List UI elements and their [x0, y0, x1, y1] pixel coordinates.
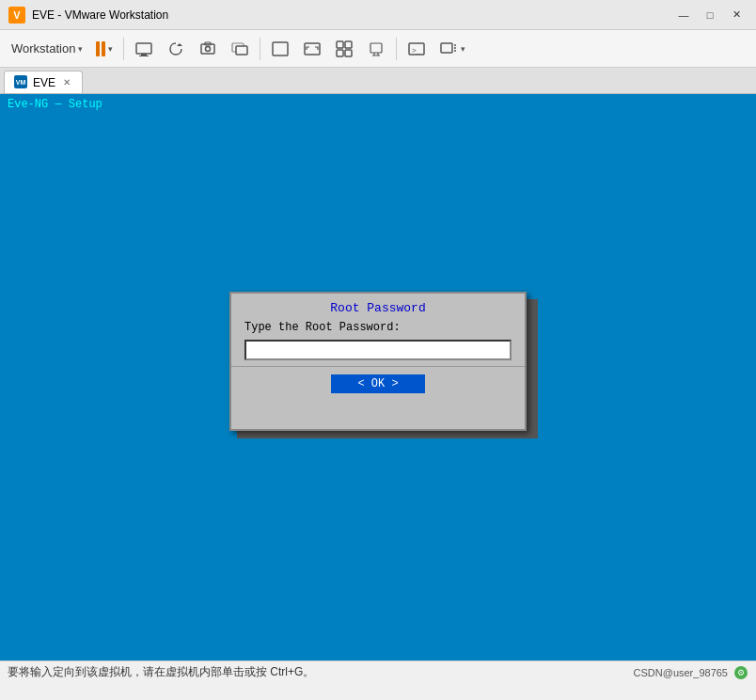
dialog-buttons: < OK >	[231, 373, 525, 401]
svg-rect-4	[139, 56, 149, 56]
minimize-button[interactable]: —	[671, 6, 696, 24]
pause-chevron-icon: ▾	[108, 44, 113, 54]
maximize-button[interactable]: □	[698, 6, 722, 24]
toolbar: Workstation ▾ ▾	[0, 30, 756, 68]
vm-bar: Eve-NG — Setup	[0, 94, 756, 115]
svg-rect-14	[345, 41, 352, 48]
normal-view-icon	[271, 40, 290, 58]
password-input-wrapper[interactable]	[244, 340, 512, 360]
svg-rect-11	[273, 42, 288, 56]
shrink-icon	[367, 40, 386, 58]
svg-text:VM: VM	[16, 79, 26, 86]
workstation-menu-button[interactable]: Workstation ▾	[6, 35, 88, 63]
tab-close-button[interactable]: ✕	[61, 76, 72, 88]
tab-label: EVE	[33, 76, 55, 89]
svg-rect-16	[345, 50, 352, 56]
svg-rect-17	[370, 43, 382, 53]
chevron-down-icon: ▾	[78, 44, 83, 54]
normal-view-button[interactable]	[265, 35, 295, 63]
svg-text:>_: >_	[412, 46, 421, 55]
svg-marker-5	[177, 43, 182, 46]
ok-button[interactable]: < OK >	[331, 374, 424, 393]
tab-eve[interactable]: VM EVE ✕	[4, 71, 83, 93]
shrink-button[interactable]	[361, 35, 391, 63]
status-right: CSDN@user_98765 ⚙	[634, 665, 748, 680]
toolbar-separator-3	[396, 38, 397, 60]
svg-rect-15	[337, 50, 343, 56]
revert-icon	[166, 40, 185, 58]
close-button[interactable]: ✕	[724, 6, 748, 24]
svg-point-7	[206, 46, 211, 51]
svg-text:⚙: ⚙	[737, 668, 745, 677]
csdn-indicator: CSDN@user_98765	[634, 667, 728, 678]
app-icon: V	[8, 6, 26, 24]
status-bar: 要将输入定向到该虚拟机，请在虚拟机内部单击或按 Ctrl+G。 CSDN@use…	[0, 660, 756, 683]
toolbar-separator-2	[260, 38, 260, 60]
svg-text:V: V	[13, 9, 21, 21]
toolbar-separator-1	[123, 38, 124, 60]
dialog-title: Root Password	[231, 294, 525, 319]
snapshot-button[interactable]	[193, 35, 223, 63]
console-button[interactable]: >_	[402, 35, 432, 63]
workstation-label: Workstation	[11, 41, 75, 56]
svg-rect-10	[236, 46, 247, 55]
root-password-dialog: Root Password Type the Root Password: < …	[229, 292, 527, 431]
unity-icon	[335, 40, 354, 58]
tab-bar: VM EVE ✕	[0, 68, 756, 94]
snapshot-icon	[198, 40, 217, 58]
dialog-separator	[231, 366, 525, 367]
tab-vm-icon: VM	[14, 75, 27, 90]
clone-button[interactable]	[225, 35, 255, 63]
console-icon: >_	[407, 40, 426, 58]
unity-button[interactable]	[329, 35, 359, 63]
pause-button[interactable]: ▾	[90, 35, 118, 63]
svg-rect-20	[441, 43, 452, 53]
fullscreen-icon	[303, 40, 322, 58]
dialog-label: Type the Root Password:	[231, 319, 525, 336]
vm-title: Eve-NG — Setup	[8, 98, 102, 111]
svg-rect-3	[141, 54, 147, 56]
clone-icon	[230, 40, 249, 58]
fullscreen-button[interactable]	[297, 35, 327, 63]
revert-button[interactable]	[161, 35, 191, 63]
window-controls: — □ ✕	[671, 6, 748, 24]
send-to-vm-button[interactable]	[129, 35, 159, 63]
settings-chevron-icon: ▾	[461, 44, 465, 54]
vm-screen[interactable]: Root Password Type the Root Password: < …	[0, 115, 756, 660]
title-bar: V EVE - VMware Workstation — □ ✕	[0, 0, 756, 30]
network-icon: ⚙	[733, 665, 748, 680]
svg-rect-13	[337, 41, 343, 48]
settings-button[interactable]: ▾	[433, 35, 471, 63]
window-title: EVE - VMware Workstation	[32, 8, 671, 22]
settings-icon	[439, 40, 458, 58]
pause-icon	[96, 41, 105, 56]
password-input[interactable]	[246, 343, 510, 357]
vm-send-icon	[134, 40, 153, 58]
status-text: 要将输入定向到该虚拟机，请在虚拟机内部单击或按 Ctrl+G。	[8, 664, 314, 680]
svg-rect-2	[136, 43, 151, 54]
